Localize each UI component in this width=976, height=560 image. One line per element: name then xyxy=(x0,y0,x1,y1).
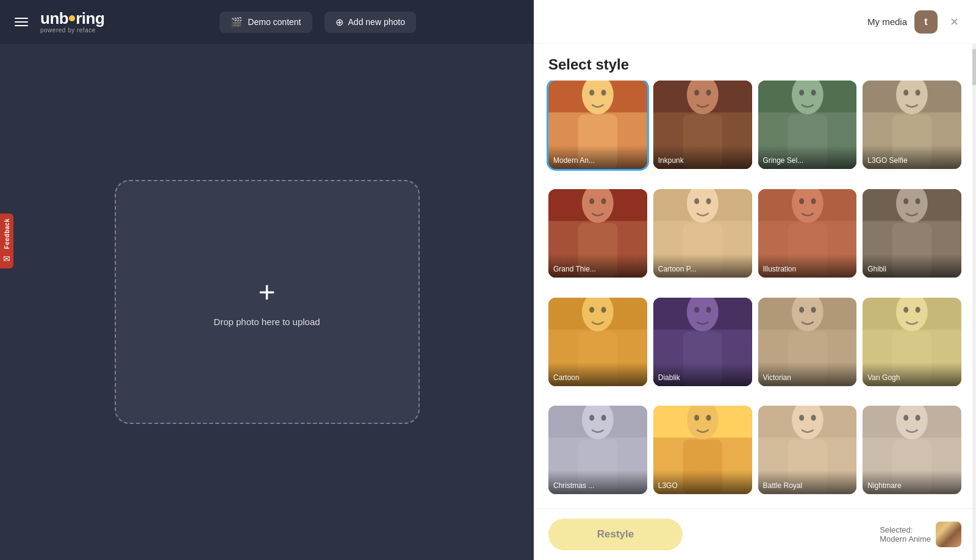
svg-point-94 xyxy=(903,415,908,421)
svg-point-28 xyxy=(589,198,594,204)
style-card-label-van-gogh: Van Gogh xyxy=(863,362,961,386)
style-card-diablik[interactable]: Diablik xyxy=(653,298,752,386)
svg-point-59 xyxy=(706,307,711,313)
style-card-label-christmas: Christmas ... xyxy=(548,470,647,494)
svg-point-29 xyxy=(601,198,606,204)
style-card-nightmare[interactable]: Nightmare xyxy=(863,406,961,494)
svg-point-17 xyxy=(811,90,816,96)
style-card-christmas[interactable]: Christmas ... xyxy=(548,406,647,494)
svg-point-82 xyxy=(694,415,699,421)
style-card-label-l3go: L3GO xyxy=(653,470,752,494)
style-card-label-cartoon: Cartoon xyxy=(548,362,647,386)
svg-point-41 xyxy=(811,198,816,204)
style-card-l3go-selfie[interactable]: L3GO Selfie xyxy=(863,81,961,169)
selected-prefix: Selected: Modern Anime xyxy=(880,525,931,544)
style-card-label-l3go-selfie: L3GO Selfie xyxy=(863,145,961,169)
svg-point-88 xyxy=(799,415,804,421)
style-card-l3go[interactable]: L3GO xyxy=(653,406,752,494)
style-card-label-grand-thief: Grand Thie... xyxy=(548,254,647,278)
feedback-tab[interactable]: Feedback ✉ xyxy=(0,214,13,268)
svg-point-47 xyxy=(916,198,920,204)
style-card-modern-anime[interactable]: Modern An... xyxy=(548,81,647,169)
svg-point-34 xyxy=(694,198,699,204)
style-card-illustration[interactable]: Illustration xyxy=(758,189,857,278)
style-card-victorian[interactable]: Victorian xyxy=(758,298,857,386)
style-card-label-ghibli: Ghibli xyxy=(863,254,961,278)
svg-point-22 xyxy=(903,90,908,96)
styles-grid: Modern An... Inkpunk Gringe Sel... xyxy=(534,81,976,508)
scrollbar-thumb[interactable] xyxy=(972,49,976,85)
style-card-label-diablik: Diablik xyxy=(653,362,752,386)
app-logo: unbring powered by reface xyxy=(40,10,104,34)
style-card-gringe[interactable]: Gringe Sel... xyxy=(758,81,857,169)
svg-point-58 xyxy=(694,307,699,313)
style-card-ghibli[interactable]: Ghibli xyxy=(863,189,961,278)
style-card-label-battle-royal: Battle Royal xyxy=(758,470,857,494)
restyle-button[interactable]: Restyle xyxy=(548,519,683,550)
svg-point-52 xyxy=(589,307,594,313)
svg-point-89 xyxy=(811,415,816,421)
svg-point-64 xyxy=(799,307,804,313)
selected-info: Selected: Modern Anime xyxy=(880,522,961,547)
left-panel: unbring powered by reface 🎬 Demo content… xyxy=(0,0,534,560)
add-photo-button[interactable]: ⊕ Add new photo xyxy=(325,12,416,33)
feedback-label: Feedback xyxy=(4,218,10,249)
svg-point-95 xyxy=(916,415,920,421)
right-header: My media t ✕ xyxy=(534,0,976,44)
feedback-mail-icon: ✉ xyxy=(3,254,10,264)
logo-subtitle: powered by reface xyxy=(40,27,104,34)
svg-point-76 xyxy=(589,415,594,421)
style-card-inkpunk[interactable]: Inkpunk xyxy=(653,81,752,169)
drop-zone-label: Drop photo here to upload xyxy=(214,317,320,327)
add-photo-icon: ⊕ xyxy=(336,16,343,28)
drop-zone-container: + Drop photo here to upload xyxy=(0,44,534,560)
svg-point-40 xyxy=(799,198,804,204)
style-card-battle-royal[interactable]: Battle Royal xyxy=(758,406,857,494)
svg-point-16 xyxy=(799,90,804,96)
svg-point-10 xyxy=(694,90,699,96)
app-header: unbring powered by reface 🎬 Demo content… xyxy=(0,0,534,44)
demo-content-button[interactable]: 🎬 Demo content xyxy=(220,12,312,33)
svg-point-5 xyxy=(601,90,606,96)
scrollbar-track[interactable] xyxy=(972,44,976,560)
svg-point-70 xyxy=(903,307,908,313)
photo-drop-zone[interactable]: + Drop photo here to upload xyxy=(115,180,420,424)
style-card-label-inkpunk: Inkpunk xyxy=(653,145,752,169)
logo-text: unbring xyxy=(40,10,104,26)
select-style-title: Select style xyxy=(534,44,976,81)
plus-icon: + xyxy=(258,278,275,307)
style-card-cartoon-p[interactable]: Cartoon P... xyxy=(653,189,752,278)
style-card-label-gringe: Gringe Sel... xyxy=(758,145,857,169)
svg-point-23 xyxy=(916,90,920,96)
style-card-label-cartoon-p: Cartoon P... xyxy=(653,254,752,278)
svg-point-11 xyxy=(706,90,711,96)
menu-button[interactable] xyxy=(12,15,30,29)
svg-point-77 xyxy=(601,415,606,421)
user-avatar[interactable]: t xyxy=(914,10,938,34)
svg-point-71 xyxy=(916,307,920,313)
demo-content-icon: 🎬 xyxy=(231,16,243,28)
svg-point-83 xyxy=(706,415,711,421)
selected-style-thumbnail xyxy=(936,522,961,547)
collapse-panel-button[interactable]: ✕ xyxy=(945,13,964,31)
svg-point-35 xyxy=(706,198,711,204)
style-card-cartoon[interactable]: Cartoon xyxy=(548,298,647,386)
add-photo-label: Add new photo xyxy=(348,17,405,27)
logo-o-icon xyxy=(69,15,75,21)
style-card-label-illustration: Illustration xyxy=(758,254,857,278)
demo-content-label: Demo content xyxy=(248,17,301,27)
style-card-label-nightmare: Nightmare xyxy=(863,470,961,494)
style-card-van-gogh[interactable]: Van Gogh xyxy=(863,298,961,386)
bottom-bar: Restyle Selected: Modern Anime xyxy=(534,508,976,560)
my-media-button[interactable]: My media xyxy=(867,16,907,27)
right-panel: My media t ✕ Select style Modern An... xyxy=(534,0,976,560)
header-actions: 🎬 Demo content ⊕ Add new photo xyxy=(114,12,522,33)
style-card-grand-thief[interactable]: Grand Thie... xyxy=(548,189,647,278)
svg-point-4 xyxy=(589,90,594,96)
svg-point-46 xyxy=(903,198,908,204)
svg-point-65 xyxy=(811,307,816,313)
style-card-label-victorian: Victorian xyxy=(758,362,857,386)
selected-style-name: Modern Anime xyxy=(880,534,931,544)
style-card-label-modern-anime: Modern An... xyxy=(548,145,647,169)
svg-point-53 xyxy=(601,307,606,313)
